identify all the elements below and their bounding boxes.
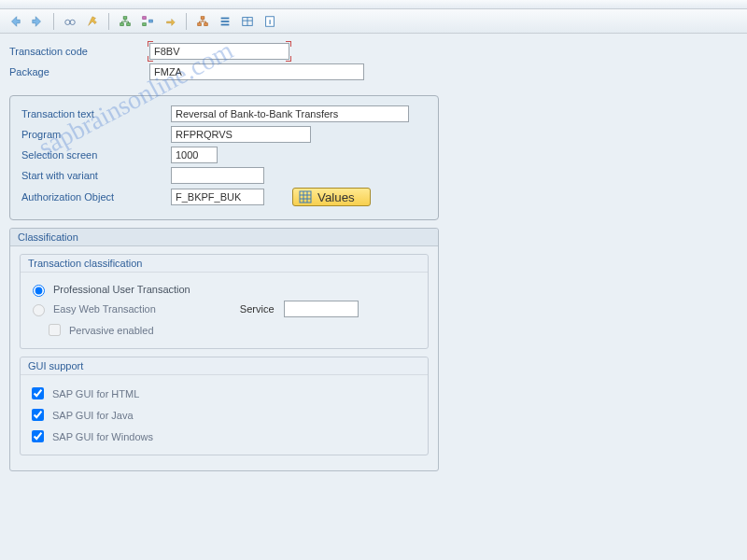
svg-rect-5 xyxy=(127,22,131,25)
radio-professional-input[interactable] xyxy=(33,285,45,297)
list-icon xyxy=(218,15,232,28)
service-input[interactable] xyxy=(284,301,359,317)
toolbar-separator xyxy=(186,13,187,30)
svg-rect-4 xyxy=(120,22,124,25)
svg-point-1 xyxy=(70,20,75,24)
program-label: Program xyxy=(21,129,171,140)
selection-screen-input[interactable] xyxy=(171,147,218,163)
check-java[interactable]: SAP GUI for Java xyxy=(28,406,420,424)
hierarchy-icon xyxy=(119,15,132,28)
tcode-row: Transaction code xyxy=(9,43,738,60)
package-input[interactable] xyxy=(149,63,364,80)
svg-rect-15 xyxy=(204,22,208,25)
arrow-out-icon xyxy=(163,15,176,28)
menubar xyxy=(0,0,747,9)
arrow-left-icon xyxy=(8,15,21,28)
trans-class-title: Transaction classification xyxy=(21,255,428,273)
program-input[interactable] xyxy=(171,126,311,143)
tcode-input[interactable] xyxy=(149,43,289,60)
gui-support-title: GUI support xyxy=(21,357,428,375)
toolbar: i xyxy=(0,9,747,34)
variant-label: Start with variant xyxy=(21,170,171,181)
check-java-input[interactable] xyxy=(32,409,44,421)
arrow-right-icon xyxy=(31,15,44,28)
documentation-button[interactable]: i xyxy=(261,12,279,31)
transaction-text-input[interactable] xyxy=(171,105,409,122)
auth-object-label: Authorization Object xyxy=(21,191,171,203)
tcode-label: Transaction code xyxy=(9,46,149,57)
package-row: Package xyxy=(9,63,738,80)
hier1-button[interactable] xyxy=(193,12,212,31)
wrench-icon xyxy=(86,15,99,28)
grid-icon xyxy=(299,190,312,203)
check-html-input[interactable] xyxy=(32,387,44,399)
svg-rect-11 xyxy=(143,22,147,25)
structure-icon xyxy=(196,15,209,28)
toolbar-separator xyxy=(108,13,109,30)
object-directory-button[interactable] xyxy=(138,12,157,31)
table-icon xyxy=(241,15,254,28)
radio-professional[interactable]: Professional User Transaction xyxy=(28,282,420,297)
check-pervasive-label: Pervasive enabled xyxy=(69,325,154,336)
display-button[interactable] xyxy=(61,12,79,31)
radio-easyweb-input[interactable] xyxy=(33,304,45,316)
check-windows[interactable]: SAP GUI for Windows xyxy=(28,427,420,445)
trans-class-fieldset: Transaction classification Professional … xyxy=(20,254,429,349)
check-html-label: SAP GUI for HTML xyxy=(52,388,139,399)
glasses-icon xyxy=(63,15,77,28)
check-java-label: SAP GUI for Java xyxy=(52,410,134,421)
radio-easyweb[interactable]: Easy Web Transaction xyxy=(28,301,156,316)
variant-input[interactable] xyxy=(171,167,264,184)
radio-professional-label: Professional User Transaction xyxy=(53,284,190,295)
classification-fieldset: Classification Transaction classificatio… xyxy=(9,228,439,471)
hier2-button[interactable] xyxy=(216,12,234,31)
svg-text:i: i xyxy=(269,17,271,25)
selection-screen-label: Selection screen xyxy=(21,149,171,161)
svg-rect-14 xyxy=(198,22,202,25)
toolbar-separator xyxy=(53,13,54,30)
forward-button[interactable] xyxy=(28,12,47,31)
tool-button[interactable] xyxy=(83,12,102,31)
transport-button[interactable] xyxy=(161,12,179,31)
details-panel: Transaction text Program Selection scree… xyxy=(9,95,439,220)
check-html[interactable]: SAP GUI for HTML xyxy=(28,385,420,402)
transaction-text-label: Transaction text xyxy=(21,108,171,119)
svg-rect-10 xyxy=(143,16,147,19)
gui-support-fieldset: GUI support SAP GUI for HTML SAP GUI for… xyxy=(20,357,429,455)
values-button[interactable]: Values xyxy=(292,188,371,206)
hier3-button[interactable] xyxy=(238,12,257,31)
content-area: Transaction code Package Transaction tex… xyxy=(0,34,747,481)
package-label: Package xyxy=(9,66,149,77)
svg-point-0 xyxy=(65,20,70,24)
auth-object-input[interactable] xyxy=(171,189,264,205)
values-button-label: Values xyxy=(317,190,355,204)
classification-title: Classification xyxy=(10,229,438,246)
check-pervasive[interactable]: Pervasive enabled xyxy=(45,321,420,339)
svg-rect-3 xyxy=(123,16,127,19)
required-field-wrap xyxy=(149,43,289,60)
service-label: Service xyxy=(240,303,275,315)
svg-rect-28 xyxy=(300,191,311,203)
radio-easyweb-label: Easy Web Transaction xyxy=(53,303,156,315)
check-windows-label: SAP GUI for Windows xyxy=(52,431,153,442)
svg-rect-13 xyxy=(201,16,204,19)
where-used-button[interactable] xyxy=(116,12,134,31)
tree-icon xyxy=(141,15,154,28)
check-pervasive-input[interactable] xyxy=(49,324,61,336)
svg-rect-12 xyxy=(149,20,153,22)
info-icon: i xyxy=(263,15,276,28)
back-button[interactable] xyxy=(6,12,24,31)
check-windows-input[interactable] xyxy=(32,430,44,442)
